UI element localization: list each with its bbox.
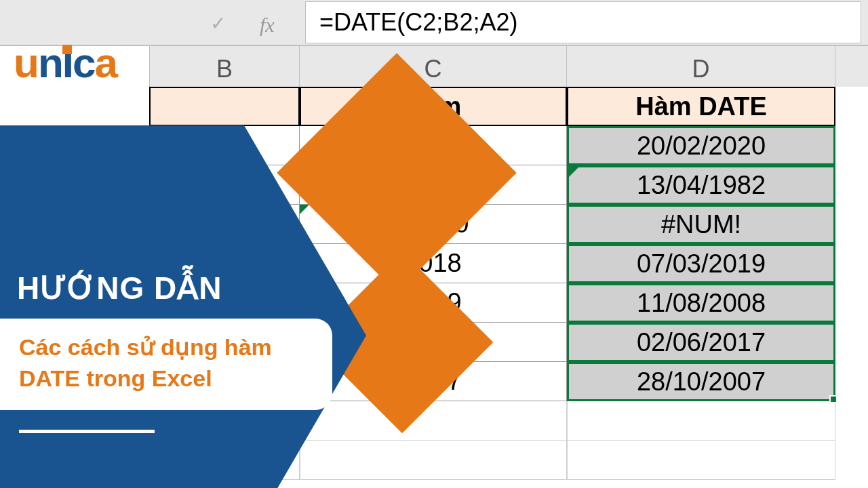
- decorative-underline: [19, 430, 155, 433]
- col-header-d[interactable]: D: [567, 46, 835, 87]
- cell-date[interactable]: 02/06/2017: [567, 323, 835, 362]
- header-cell-empty[interactable]: [149, 87, 300, 126]
- cell-date[interactable]: 11/08/2008: [567, 283, 835, 323]
- overlay-subtitle: Các cách sử dụng hàm DATE trong Excel: [19, 332, 313, 394]
- header-cell-date[interactable]: Hàm DATE: [567, 87, 835, 126]
- table-header-row: Năm Hàm DATE: [149, 87, 868, 126]
- formula-bar: ✓ fx =DATE(C2;B2;A2): [0, 0, 868, 46]
- unica-logo: unIca: [14, 39, 117, 87]
- fx-label[interactable]: fx: [260, 14, 275, 37]
- cell-date[interactable]: 13/04/1982: [567, 165, 835, 205]
- cell-date-error[interactable]: #NUM!: [567, 205, 835, 244]
- cell-empty[interactable]: [567, 441, 835, 480]
- formula-confirm-icon[interactable]: ✓: [210, 12, 226, 35]
- overlay-subtitle-box: Các cách sử dụng hàm DATE trong Excel: [0, 319, 332, 410]
- overlay-heading: HƯỚNG DẪN: [17, 270, 222, 306]
- cell-date[interactable]: 07/03/2019: [567, 244, 835, 283]
- formula-text: =DATE(C2;B2;A2): [319, 8, 517, 37]
- col-header-b[interactable]: B: [149, 46, 300, 87]
- cell-empty[interactable]: [300, 401, 567, 441]
- formula-input[interactable]: =DATE(C2;B2;A2): [305, 1, 861, 43]
- column-headers: B C D: [149, 46, 868, 87]
- fill-handle[interactable]: [829, 395, 837, 403]
- cell-empty[interactable]: [300, 441, 567, 480]
- cell-date[interactable]: 28/10/2007: [567, 362, 835, 401]
- cell-date[interactable]: 20/02/2020: [567, 126, 835, 165]
- col-header-c[interactable]: C: [300, 46, 567, 87]
- cell-empty[interactable]: [567, 401, 835, 441]
